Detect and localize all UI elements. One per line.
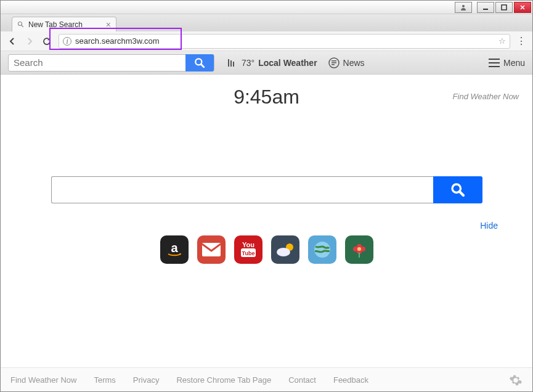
url-input[interactable]: i search.searchm3w.com ☆	[59, 34, 510, 49]
browser-menu-button[interactable]: ⋮	[516, 36, 526, 46]
svg-rect-9	[233, 62, 234, 67]
svg-rect-2	[502, 5, 507, 10]
svg-point-3	[18, 22, 22, 25]
shortcut-gmail[interactable]	[197, 235, 226, 264]
window-titlebar	[1, 1, 532, 14]
weather-temp: 73°	[242, 58, 254, 68]
local-weather-button[interactable]: 73° Local Weather	[226, 58, 317, 68]
svg-line-6	[201, 64, 204, 67]
maximize-button[interactable]	[495, 2, 513, 13]
news-icon	[328, 57, 340, 68]
gmail-icon	[202, 243, 221, 256]
search-icon	[450, 182, 465, 197]
svg-point-26	[314, 242, 330, 258]
svg-rect-12	[332, 62, 336, 63]
page-footer: Find Weather Now Terms Privacy Restore C…	[1, 367, 532, 392]
shortcut-weather[interactable]	[271, 235, 299, 264]
menu-label: Menu	[503, 58, 525, 68]
extension-toolbar: 73° Local Weather News Menu	[1, 51, 532, 75]
weather-label: Local Weather	[258, 58, 317, 68]
main-search-input[interactable]	[51, 176, 433, 203]
weather-icon	[226, 58, 238, 68]
user-button[interactable]	[455, 2, 472, 13]
url-text: search.searchm3w.com	[75, 36, 160, 46]
svg-text:You: You	[242, 241, 254, 248]
shortcut-flower[interactable]	[345, 235, 373, 264]
footer-link[interactable]: Restore Chrome Tab Page	[176, 375, 271, 385]
svg-rect-13	[332, 64, 335, 65]
tab-title: New Tab Search	[28, 20, 83, 29]
svg-point-25	[277, 248, 290, 256]
shortcut-icons: a YouTube	[1, 235, 532, 264]
reload-button[interactable]	[41, 36, 52, 47]
svg-rect-7	[228, 59, 229, 67]
page-content: 9:45am Find Weather Now Hide a YouTube	[1, 75, 532, 367]
svg-text:a: a	[171, 241, 178, 255]
main-search-button[interactable]	[433, 176, 482, 203]
menu-button[interactable]: Menu	[489, 58, 525, 68]
close-button[interactable]	[514, 2, 531, 13]
footer-link[interactable]: Feedback	[333, 375, 368, 385]
svg-point-0	[462, 5, 465, 7]
browser-addressbar: i search.searchm3w.com ☆ ⋮	[1, 31, 532, 51]
news-label: News	[343, 58, 365, 68]
back-button[interactable]	[7, 36, 18, 47]
tab-close-icon[interactable]: ×	[106, 20, 111, 30]
toolbar-search-input[interactable]	[9, 57, 185, 68]
shortcut-amazon[interactable]: a	[160, 235, 189, 264]
shortcut-browser[interactable]	[308, 235, 336, 264]
amazon-icon: a	[165, 240, 184, 259]
toolbar-search-button[interactable]	[185, 54, 214, 71]
browser-tab[interactable]: New Tab Search ×	[12, 17, 116, 31]
youtube-icon: YouTube	[237, 239, 259, 261]
forward-button[interactable]	[24, 36, 35, 47]
search-icon	[17, 21, 25, 28]
globe-icon	[312, 239, 333, 260]
svg-point-31	[357, 247, 361, 251]
settings-gear-icon[interactable]	[509, 374, 523, 387]
minimize-button[interactable]	[477, 2, 494, 13]
footer-link[interactable]: Privacy	[133, 375, 160, 385]
svg-rect-1	[483, 9, 488, 10]
bookmark-star-icon[interactable]: ☆	[498, 36, 506, 46]
svg-rect-20	[202, 243, 221, 256]
search-icon	[194, 57, 205, 68]
main-search	[51, 176, 482, 203]
cloud-sun-icon	[275, 241, 296, 258]
toolbar-searchbox	[8, 54, 214, 71]
hide-shortcuts: Hide	[1, 203, 532, 234]
site-info-icon[interactable]: i	[63, 37, 71, 46]
svg-rect-16	[489, 66, 500, 67]
brand-label: Find Weather Now	[453, 92, 519, 101]
footer-link[interactable]: Contact	[288, 375, 316, 385]
svg-rect-32	[359, 253, 360, 258]
svg-rect-11	[332, 60, 336, 62]
svg-rect-8	[230, 60, 232, 67]
footer-link[interactable]: Find Weather Now	[10, 375, 76, 385]
svg-text:Tube: Tube	[242, 250, 254, 256]
flower-icon	[350, 240, 368, 259]
svg-line-4	[22, 25, 23, 27]
browser-tabbar: New Tab Search ×	[1, 14, 532, 31]
news-button[interactable]: News	[328, 57, 365, 68]
shortcut-youtube[interactable]: YouTube	[234, 235, 262, 264]
hamburger-icon	[489, 59, 500, 67]
hide-link[interactable]: Hide	[480, 221, 498, 231]
footer-link[interactable]: Terms	[94, 375, 115, 385]
svg-rect-14	[489, 59, 500, 60]
svg-line-18	[460, 192, 463, 195]
svg-rect-15	[489, 62, 500, 63]
